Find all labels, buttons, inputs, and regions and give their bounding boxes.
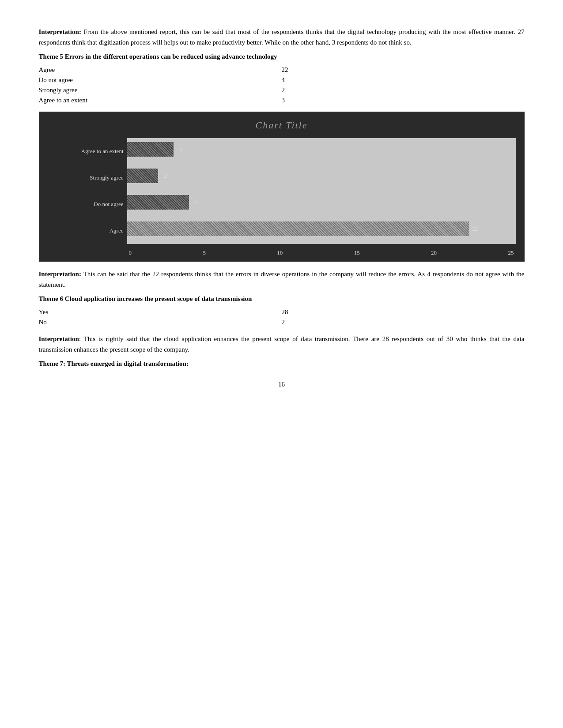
page-content: Interpretation: From the above mentioned…: [39, 26, 525, 388]
bar: 22: [127, 221, 469, 236]
bar: 3: [127, 142, 174, 157]
interpretation2-text: This can be said that the 22 respondents…: [39, 270, 525, 288]
theme7-title: Theme 7: Threats emerged in digital tran…: [39, 360, 525, 368]
page-number: 16: [39, 381, 525, 388]
table-row: Agree to an extent3: [39, 95, 525, 105]
theme6-table: Yes28No2: [39, 307, 525, 327]
table-row: Yes28: [39, 307, 525, 317]
y-label-agree-to-an-extent: Agree to an extent: [81, 148, 124, 155]
bar-value-label: 2: [164, 173, 167, 180]
y-label-agree: Agree: [110, 227, 124, 234]
bar-value-label: 3: [180, 146, 183, 153]
chart-title: Chart Title: [256, 120, 308, 131]
chart-y-labels: Agree to an extent Strongly agree Do not…: [39, 138, 127, 244]
interpretation1-label: Interpretation:: [39, 28, 81, 35]
bar: 2: [127, 169, 158, 183]
interpretation3-paragraph: Interpretation: This is rightly said tha…: [39, 334, 525, 355]
theme5-table: Agree22Do not agree4Strongly agree2Agree…: [39, 65, 525, 105]
y-label-do-not-agree: Do not agree: [94, 201, 123, 208]
y-label-strongly-agree: Strongly agree: [90, 174, 123, 181]
bar-value-label: 4: [195, 199, 198, 206]
chart-container: Chart Title Agree to an extent Strongly …: [39, 112, 525, 262]
table-row: No2: [39, 317, 525, 327]
interpretation2-paragraph: Interpretation: This can be said that th…: [39, 269, 525, 290]
interpretation3-text: : This is rightly said that the cloud ap…: [39, 335, 525, 353]
theme5-title: Theme 5 Errors in the different operatio…: [39, 53, 525, 60]
interpretation2-label: Interpretation:: [39, 270, 81, 278]
table-row: Agree22: [39, 65, 525, 75]
theme6-title: Theme 6 Cloud application increases the …: [39, 295, 525, 303]
table-row: Strongly agree2: [39, 85, 525, 95]
bar: 4: [127, 195, 189, 210]
interpretation1-text: From the above mentioned report, this ca…: [39, 28, 525, 46]
chart-x-axis: 0 5 10 15 20 25: [127, 244, 516, 262]
interpretation3-label: Interpretation: [39, 335, 79, 342]
interpretation1-paragraph: Interpretation: From the above mentioned…: [39, 26, 525, 48]
bar-value-label: 22: [472, 225, 478, 233]
table-row: Do not agree4: [39, 75, 525, 85]
